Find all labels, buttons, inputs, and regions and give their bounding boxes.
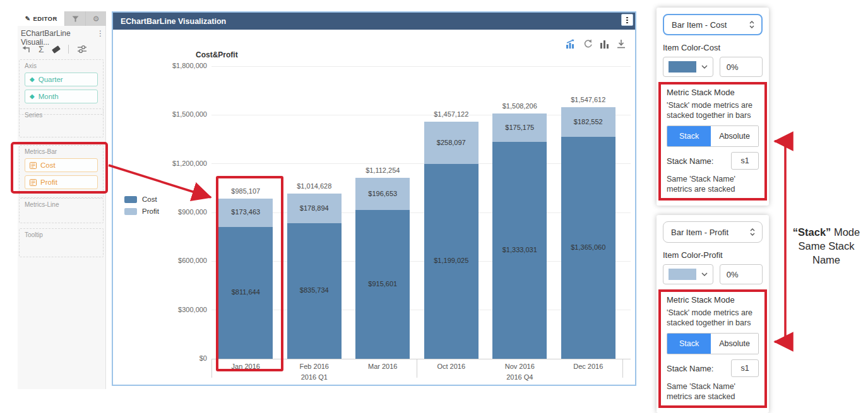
note-line2: Same Stack (799, 240, 855, 252)
x-axis-group-label: 2016 Q1 (280, 373, 349, 381)
refresh-button[interactable] (583, 39, 593, 49)
y-axis-tick-label: $1,200,000 (114, 160, 207, 167)
selector-value: Bar Item - Cost (672, 20, 727, 30)
bar-value-label-profit: $182,552 (561, 118, 615, 125)
stack-mode-stack-button[interactable]: Stack (667, 334, 711, 354)
metric-stack-mode-section-cost: Metric Stack Mode 'Stack' mode metrics a… (658, 82, 767, 201)
sliders-icon[interactable] (77, 45, 87, 54)
drop-zone-metrics-bar[interactable]: Metrics-Bar Cost Profit (19, 145, 104, 198)
y-axis-tick-label: $1,500,000 (114, 110, 207, 118)
color-row: 0% (663, 57, 763, 77)
section-label: Tooltip (25, 231, 98, 238)
item-color-dropdown-profit[interactable] (663, 264, 713, 284)
chart-toolbar (565, 39, 626, 49)
x-axis-group-label: 2016 Q4 (485, 373, 554, 381)
metric-stack-mode-section-profit: Metric Stack Mode 'Stack' mode metrics a… (658, 289, 767, 408)
editor-toolbar: Σ (21, 43, 87, 55)
stack-mode-absolute-button[interactable]: Absolute (711, 126, 758, 146)
stack-name-row: Stack Name: s1 (667, 152, 759, 170)
section-label: Metrics-Line (25, 201, 98, 208)
sidebar-tabbar: ✎ EDITOR ⚙ (18, 11, 106, 26)
stack-name-input-cost[interactable]: s1 (731, 152, 759, 170)
chip-label: Month (39, 93, 59, 100)
bar-value-label-profit: $173,463 (218, 208, 273, 216)
metric-chip-profit[interactable]: Profit (25, 175, 98, 189)
stack-mode-description: 'Stack' mode metrics are stacked togethe… (667, 100, 759, 120)
chart-legend: CostProfit (124, 195, 159, 219)
color-swatch-cost (669, 61, 696, 73)
stack-mode-toggle-profit: Stack Absolute (667, 333, 759, 354)
bar-value-label-cost: $1,199,025 (424, 257, 479, 264)
property-card-profit: Bar Item - Profit Item Color-Profit 0% M… (657, 215, 769, 413)
item-color-label: Item Color-Cost (663, 43, 763, 52)
up-down-chevron-icon (749, 20, 755, 29)
y-axis-tick-label: $1,800,000 (114, 62, 207, 69)
bar-value-label-profit: $175,175 (492, 124, 547, 131)
stack-mode-title: Metric Stack Mode (667, 88, 759, 97)
bar-value-label-cost: $1,333,031 (492, 246, 547, 253)
x-axis-category-label: Jan 2016 (211, 363, 280, 370)
drop-zone-series[interactable]: Series (19, 108, 104, 137)
y-axis-tick-label: $0 (114, 354, 207, 362)
corner-arrow-icon[interactable] (21, 45, 30, 54)
tab-settings[interactable]: ⚙ (85, 11, 106, 26)
gear-icon: ⚙ (93, 15, 100, 23)
chip-label: Profit (40, 178, 57, 186)
bar-total-label: $1,547,612 (561, 96, 615, 103)
metric-chip-cost[interactable]: Cost (25, 158, 98, 172)
tab-filter[interactable] (64, 11, 85, 26)
legend-swatch (124, 208, 137, 215)
switch-visualization-icon (565, 39, 576, 49)
panel-menu-button[interactable] (621, 14, 633, 26)
switch-visualization-button[interactable] (565, 39, 576, 49)
legend-swatch (124, 196, 137, 203)
note-rest: Mode (831, 226, 860, 238)
tab-editor[interactable]: ✎ EDITOR (18, 11, 64, 26)
attribute-chip-month[interactable]: ◆ Month (25, 90, 98, 103)
opacity-input-cost[interactable]: 0% (720, 57, 763, 77)
stack-mode-note: Same 'Stack Name' metrics are stacked (667, 174, 759, 194)
bar-chart-button[interactable] (600, 39, 609, 49)
attribute-chip-quarter[interactable]: ◆ Quarter (25, 73, 98, 86)
kebab-menu-icon[interactable]: ⋮ (97, 29, 104, 47)
up-down-chevron-icon (749, 228, 756, 236)
pencil-icon: ✎ (25, 15, 31, 22)
attribute-icon: ◆ (30, 76, 35, 83)
metric-icon (30, 179, 37, 186)
download-button[interactable] (616, 39, 626, 49)
item-color-dropdown-cost[interactable] (663, 57, 713, 77)
download-icon (616, 39, 626, 49)
stack-mode-absolute-button[interactable]: Absolute (711, 334, 758, 354)
stack-mode-stack-button[interactable]: Stack (667, 126, 711, 146)
item-color-label: Item Color-Profit (663, 250, 763, 260)
y-axis-tick-label: $300,000 (114, 306, 207, 313)
editor-sidebar: ✎ EDITOR ⚙ EChartBarLine Visuali... ⋮ Σ (18, 11, 106, 389)
section-label: Axis (25, 62, 98, 69)
chip-label: Quarter (39, 76, 63, 83)
eraser-icon[interactable] (52, 45, 61, 54)
chip-label: Cost (40, 161, 56, 169)
legend-item-cost[interactable]: Cost (124, 195, 159, 203)
bar-chart-icon (600, 39, 609, 49)
bar-total-label: $1,014,628 (287, 182, 342, 190)
opacity-input-profit[interactable]: 0% (720, 264, 763, 284)
legend-item-profit[interactable]: Profit (124, 207, 159, 215)
bar-value-label-profit: $196,653 (355, 190, 410, 197)
bar-item-selector-cost[interactable]: Bar Item - Cost (663, 14, 763, 35)
bar-total-label: $985,107 (218, 187, 273, 195)
toolbar-divider (68, 45, 69, 54)
legend-label: Profit (142, 207, 159, 215)
stack-name-input-profit[interactable]: s1 (731, 359, 759, 377)
bar-value-label-profit: $178,894 (287, 204, 342, 212)
refresh-icon (583, 39, 593, 49)
stack-mode-description: 'Stack' mode metrics are stacked togethe… (667, 308, 759, 328)
bar-item-selector-profit[interactable]: Bar Item - Profit (663, 221, 763, 243)
section-label: Metrics-Bar (25, 148, 98, 155)
sigma-icon[interactable]: Σ (39, 44, 44, 54)
drop-zone-axis[interactable]: Axis ◆ Quarter ◆ Month (19, 59, 104, 115)
bar-total-label: $1,112,254 (355, 166, 410, 174)
x-axis-category-label: Feb 2016 (280, 363, 349, 370)
drop-zone-tooltip[interactable]: Tooltip (19, 228, 104, 257)
drop-zone-metrics-line[interactable]: Metrics-Line (19, 198, 104, 223)
note-line3: Name (812, 254, 840, 265)
